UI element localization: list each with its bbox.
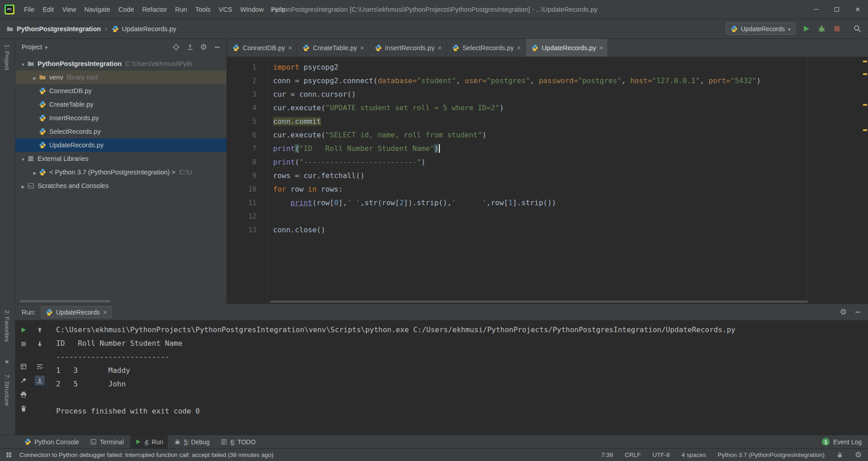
menu-navigate[interactable]: Navigate [80, 6, 114, 13]
toolwindow-stripe-structure[interactable]: 7: Structure [4, 374, 10, 406]
toolwindow-button-6-todo[interactable]: 6: TODO [216, 435, 260, 448]
run-panel-header: Run: UpdateRecords [15, 304, 868, 320]
breadcrumb-project[interactable]: PythonPostgresIntegration [17, 25, 101, 33]
editor-gutter[interactable]: 12345678910111213 [227, 57, 268, 304]
tree-item-external-libraries[interactable]: External Libraries [15, 152, 226, 165]
collapse-all-button[interactable] [186, 43, 194, 51]
tree-item-insertrecords-py[interactable]: InsertRecords.py [15, 111, 226, 125]
editor-horizontal-scrollbar[interactable] [270, 301, 808, 303]
status-utf-8[interactable]: UTF-8 [652, 452, 670, 458]
tree-item-venv[interactable]: venvlibrary root [15, 71, 226, 84]
toolwindow-stripe-project[interactable]: 1: Project [4, 44, 10, 70]
tree-item-connectdb-py[interactable]: ConnectDB.py [15, 84, 226, 98]
tree-expand-icon[interactable] [19, 155, 27, 162]
toolwindow-button-5-debug[interactable]: 5: Debug [170, 435, 214, 448]
menu-edit[interactable]: Edit [38, 6, 58, 13]
project-horizontal-scrollbar[interactable] [20, 300, 110, 302]
tree-item-updaterecords-py[interactable]: UpdateRecords.py [15, 138, 226, 152]
close-tab-icon[interactable] [438, 44, 442, 52]
tree-label: PythonPostgresIntegration [38, 60, 122, 67]
status-7-39[interactable]: 7:39 [601, 452, 613, 458]
toolwindow-stripe-favorites[interactable]: 2: Favorites [4, 310, 10, 342]
menu-file[interactable]: File [20, 6, 38, 13]
restore-layout-button[interactable] [19, 362, 28, 372]
locate-file-button[interactable] [172, 43, 180, 51]
menu-tools[interactable]: Tools [191, 6, 215, 13]
toolwindow-button-python-console[interactable]: Python Console [20, 435, 84, 448]
project-panel-title: Project [22, 43, 42, 51]
toolwindow-button-terminal[interactable]: Terminal [85, 435, 128, 448]
menu-window[interactable]: Window [236, 6, 268, 13]
tree-label: UpdateRecords.py [49, 141, 104, 149]
maximize-button[interactable] [826, 0, 847, 19]
tree-expand-icon[interactable] [19, 182, 27, 189]
search-everywhere-button[interactable] [853, 24, 862, 33]
settings-gear-icon[interactable] [855, 452, 862, 458]
python-file-icon [112, 25, 119, 33]
close-tab-icon[interactable] [103, 309, 107, 316]
tree-item-createtable-py[interactable]: CreateTable.py [15, 98, 226, 111]
favorites-star-icon[interactable] [4, 358, 10, 365]
toolwindow-button-4-run[interactable]: 4: Run [130, 435, 168, 448]
tree-item-python-3-7-pythonpostgresintegration[interactable]: < Python 3.7 (PythonPostgresIntegration)… [15, 165, 226, 179]
tab-createtable-py[interactable]: CreateTable.py [297, 39, 369, 56]
tree-item-scratches-and-consoles[interactable]: Scratches and Consoles [15, 179, 226, 193]
run-settings-gear-button[interactable] [840, 308, 847, 316]
logo-text: PC [6, 6, 13, 13]
print-console-button[interactable] [19, 390, 28, 400]
tab-selectrecords-py[interactable]: SelectRecords.py [447, 39, 526, 56]
tree-item-selectrecords-py[interactable]: SelectRecords.py [15, 125, 226, 138]
tree-sublabel: C:\U [179, 169, 192, 176]
run-config-select[interactable]: UpdateRecords [726, 23, 795, 35]
debug-button[interactable] [817, 24, 826, 33]
tab-insertrecords-py[interactable]: InsertRecords.py [369, 39, 447, 56]
close-button[interactable] [847, 0, 868, 19]
menu-code[interactable]: Code [114, 6, 138, 13]
status-python-3-7-pythonpostgresintegration[interactable]: Python 3.7 (PythonPostgresIntegration) [718, 452, 825, 458]
status-crlf[interactable]: CRLF [625, 452, 641, 458]
pin-tab-button[interactable] [19, 376, 28, 386]
lock-icon[interactable] [836, 452, 843, 458]
clear-console-button[interactable] [19, 404, 28, 414]
tree-expand-icon[interactable] [19, 60, 27, 67]
hide-panel-button[interactable] [213, 43, 221, 51]
close-tab-icon[interactable] [599, 44, 603, 52]
settings-gear-button[interactable] [200, 43, 207, 51]
tree-expand-icon[interactable] [31, 74, 39, 81]
menu-refactor[interactable]: Refactor [138, 6, 171, 13]
run-button[interactable] [802, 24, 811, 33]
tab-updaterecords-py[interactable]: UpdateRecords.py [526, 39, 608, 56]
stop-button[interactable] [833, 24, 841, 33]
rerun-button[interactable] [19, 325, 28, 335]
editor-area: ConnectDB.pyCreateTable.pyInsertRecords.… [227, 39, 868, 304]
tab-label: ConnectDB.py [243, 44, 285, 52]
stop-process-button[interactable] [19, 339, 28, 349]
minimize-button[interactable] [806, 0, 826, 19]
close-tab-icon[interactable] [288, 44, 292, 52]
project-view-select[interactable]: Project [22, 43, 47, 51]
event-log-button[interactable]: 1 Event Log [822, 438, 862, 446]
toolwindow-toggle-icon[interactable] [5, 452, 12, 458]
code-line: conn.close() [273, 223, 862, 237]
console-output[interactable]: C:\Users\ekhmusi\PythonProjects\PythonPo… [48, 320, 868, 435]
up-stack-trace-button[interactable] [35, 325, 45, 335]
tree-item-pythonpostgresintegration[interactable]: PythonPostgresIntegrationC:\Users\ekhmus… [15, 57, 226, 71]
hide-run-panel-button[interactable] [854, 308, 862, 316]
down-stack-trace-button[interactable] [35, 339, 45, 349]
error-stripe[interactable] [862, 57, 868, 304]
soft-wrap-button[interactable] [35, 362, 45, 372]
run-tab[interactable]: UpdateRecords [41, 306, 112, 318]
tab-connectdb-py[interactable]: ConnectDB.py [227, 39, 297, 56]
code-editor[interactable]: 12345678910111213 import psycopg2conn = … [227, 57, 868, 304]
breadcrumb-file[interactable]: UpdateRecords.py [122, 25, 176, 33]
close-tab-icon[interactable] [360, 44, 364, 52]
menu-run[interactable]: Run [171, 6, 191, 13]
status-4-spaces[interactable]: 4 spaces [682, 452, 706, 458]
folder-venv-icon [39, 74, 46, 81]
menu-vcs[interactable]: VCS [215, 6, 236, 13]
close-tab-icon[interactable] [517, 44, 521, 52]
menu-view[interactable]: View [58, 6, 80, 13]
tree-label: < Python 3.7 (PythonPostgresIntegration)… [49, 169, 175, 176]
tree-expand-icon[interactable] [31, 169, 39, 176]
scroll-to-end-button[interactable] [35, 376, 45, 386]
